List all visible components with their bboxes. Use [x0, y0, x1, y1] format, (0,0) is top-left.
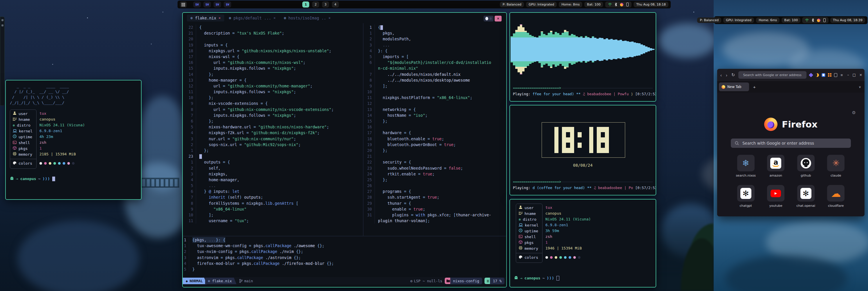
statusline-file: ❄ flake.nix: [205, 278, 237, 284]
shortcut-chatgpt[interactable]: ✻chatgpt: [731, 185, 761, 208]
menu-button[interactable]: ≡: [840, 73, 844, 77]
sidebar-icon[interactable]: [834, 73, 837, 77]
tasklist-item[interactable]: $W: [214, 1, 221, 7]
workspace-tag-1[interactable]: 1: [302, 1, 309, 7]
code-line: 26: [364, 183, 506, 188]
fastfetch-row: uptime: [516, 228, 542, 234]
close-icon[interactable]: ×: [218, 16, 220, 20]
personalize-gear-icon[interactable]: ⚙: [852, 110, 856, 115]
shortcut-cloudflare[interactable]: ☁cloudflare: [821, 185, 851, 208]
pane-divider-horizontal[interactable]: [183, 236, 506, 236]
extension-shield-icon[interactable]: [822, 73, 825, 77]
workspace-tag-2[interactable]: 2: [312, 1, 319, 7]
tab-new-tab[interactable]: New Tab: [719, 83, 749, 91]
nix-icon: ❄: [519, 217, 521, 223]
terminal-tty-clock[interactable]: 08/08/24 ======================> Playing…: [509, 105, 656, 196]
editor-pane-flake-nix[interactable]: 22{21 description = "tux's NixOS Flake";…: [184, 24, 362, 236]
editor-pane-iso-config[interactable]: 1{1 pkgs,2 modulesPath,3 ...4}: {5 impor…: [364, 24, 506, 236]
network-icon[interactable]: [805, 19, 809, 22]
status-widget: P: Balanced: [500, 2, 524, 7]
code-line: 9 ];: [364, 83, 506, 89]
forward-button[interactable]: ›: [725, 72, 728, 78]
workspace-tag-4[interactable]: 4: [332, 1, 339, 7]
new-tab-page: ⚙ Firefox Search with Google or enter ad…: [717, 93, 865, 216]
phone-icon[interactable]: [823, 18, 826, 22]
shortcut-chat-openai[interactable]: ✻chat.openai: [791, 185, 821, 208]
close-icon[interactable]: ×: [274, 16, 276, 20]
progress-tic: ======================>: [513, 180, 561, 184]
status-widget: Bat: 100: [781, 18, 800, 23]
bluetooth-icon[interactable]: [812, 18, 814, 22]
network-icon[interactable]: [608, 3, 612, 6]
fastfetch-value: zsh: [546, 234, 591, 240]
laptop-icon: [519, 223, 523, 228]
search-placeholder: Search with Google or enter address: [742, 141, 814, 146]
extension-icon[interactable]: [809, 72, 813, 77]
neovim-window[interactable]: ❄flake.nix×❄pkgs/default ...×❄hosts/isoI…: [182, 12, 507, 288]
back-button[interactable]: ‹: [719, 72, 723, 78]
shell-prompt[interactable]: →canopus~))): [10, 176, 55, 181]
reload-button[interactable]: ↻: [731, 72, 736, 78]
fastfetch-value: 6.9.8-zen1: [39, 128, 85, 134]
terminal-music-visualizer[interactable]: ======================> Playing: ffee fo…: [509, 12, 656, 101]
launcher-button[interactable]: [180, 1, 187, 7]
tab-list-chevron[interactable]: ∨: [857, 85, 863, 89]
pane-divider-vertical[interactable]: [363, 23, 364, 236]
code-line: 4 firefox-mod-blur = pkgs.callPackage ./…: [184, 261, 506, 266]
buffer-tab-hosts-isoImag-[interactable]: ❄hosts/isoImag ..×: [280, 14, 334, 22]
phone-icon[interactable]: [626, 3, 629, 6]
maximize-button[interactable]: □: [852, 73, 856, 77]
terminal-fastfetch-left[interactable]: _ _ _ ____ ____ / |/ (_)_ __/ __ \/ __/ …: [5, 80, 142, 200]
fastfetch-keys-box: userhname❄distrokerneluptimeshellpkgsmem…: [10, 110, 36, 169]
darkreader-icon[interactable]: [815, 73, 819, 77]
minimize-button[interactable]: –: [847, 73, 849, 77]
buffer-tab-flake-nix[interactable]: ❄flake.nix×: [187, 14, 224, 22]
code-line: 11 inputs.nixpkgs.follows = "nixpkgs";: [184, 89, 362, 95]
code-line: 9 "x86_64-linux": [184, 206, 362, 212]
buffer-tab-pkgs-default-[interactable]: ❄pkgs/default ...×: [225, 14, 279, 22]
fastfetch-row: hname: [516, 211, 542, 217]
tab-title: New Tab: [727, 85, 741, 89]
fastfetch-value: canopus: [546, 210, 591, 216]
firefox-window[interactable]: ‹ › ↻ Search with Google or enter addres…: [717, 69, 865, 216]
shortcut-label: youtube: [769, 204, 782, 208]
workspace-tag-3[interactable]: 3: [322, 1, 329, 7]
digital-clock: [541, 122, 625, 158]
shortcut-amazon[interactable]: aamazon: [761, 155, 791, 177]
code-line: 5 nixos-hardware.url = "github:nixos/nix…: [184, 124, 362, 130]
pane-toggle-button[interactable]: [484, 16, 493, 22]
tasklist-item[interactable]: $W: [224, 1, 231, 7]
close-button[interactable]: ×: [859, 73, 862, 77]
shortcut-youtube[interactable]: ▶youtube: [761, 185, 791, 208]
shortcut-github[interactable]: github: [791, 155, 821, 177]
tab-bar: New Tab + ∨: [717, 81, 865, 93]
close-icon[interactable]: ×: [329, 16, 331, 20]
bluetooth-icon[interactable]: [615, 3, 617, 6]
shortcut-claude[interactable]: ✳claude: [821, 155, 851, 177]
editor-pane-pkgs-default[interactable]: 1{pkgs, ...}: {1 tux-awesome-wm-config =…: [184, 237, 506, 274]
code-line: 25 };: [364, 177, 506, 183]
new-tab-button[interactable]: +: [751, 84, 757, 90]
extension-grid-icon[interactable]: [828, 73, 832, 77]
media-player-icon[interactable]: [817, 19, 820, 22]
code-line: plugin thunar-volman];: [364, 218, 506, 224]
pane-close-button[interactable]: ×: [495, 16, 502, 22]
search-input[interactable]: Search with Google or enter address: [731, 139, 851, 148]
top-bar-secondary: P: BalancedGPU: IntegratedHome: 6msBat: …: [714, 16, 867, 24]
browser-toolbar: ‹ › ↻ Search with Google or enter addres…: [717, 69, 865, 81]
chip-icon: [519, 246, 523, 252]
shell-prompt[interactable]: →canopus~))): [514, 275, 559, 281]
clock-widget[interactable]: Thu Aug 08, 18:39: [830, 18, 865, 23]
shortcut-search-nixos[interactable]: ❄search.nixos: [731, 155, 761, 177]
media-player-icon[interactable]: [620, 3, 623, 6]
tasklist-item[interactable]: $W: [193, 1, 201, 7]
code-line: 20 };: [364, 148, 506, 153]
code-line: 13 networking = {: [364, 107, 506, 112]
offscreen-window-sliver[interactable]: [0, 17, 5, 106]
code-line: 5 imports = [: [364, 54, 506, 60]
clock-widget[interactable]: Thu Aug 08, 18:18: [633, 2, 669, 7]
url-bar[interactable]: Search with Google or enter address: [738, 71, 806, 79]
terminal-fastfetch-mid[interactable]: userhname❄distrokerneluptimeshellpkgsmem…: [509, 199, 656, 288]
tasklist-item[interactable]: $W: [204, 1, 211, 7]
code-line: 13 home-manager = {: [184, 77, 362, 83]
